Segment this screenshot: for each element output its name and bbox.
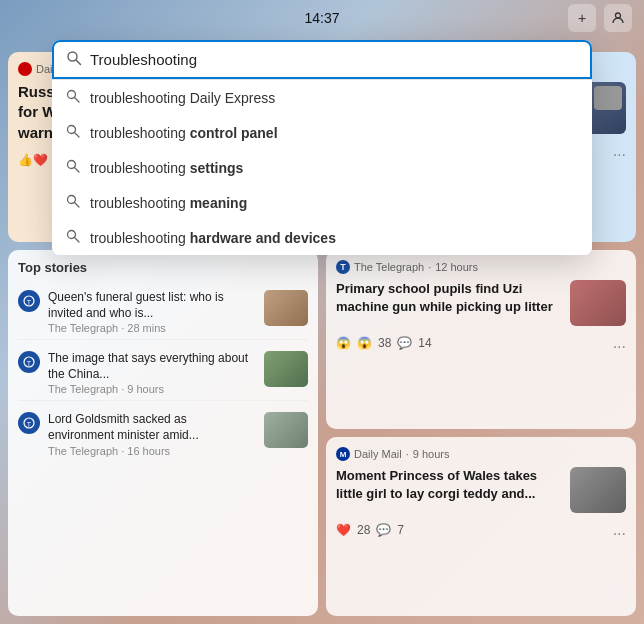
svg-line-12 xyxy=(75,238,80,243)
svg-text:T: T xyxy=(27,360,32,367)
story-headline-queen: Queen's funeral guest list: who is invit… xyxy=(48,290,256,321)
suggestion-text-s3: troubleshooting settings xyxy=(90,160,243,176)
story-headline-china: The image that says everything about the… xyxy=(48,351,256,382)
top-stories-heading: Top stories xyxy=(18,260,308,275)
suggestion-controlpanel[interactable]: troubleshooting control panel xyxy=(52,115,592,150)
search-input[interactable] xyxy=(90,51,578,68)
dailymail-heart: ❤️ xyxy=(336,523,351,537)
search-icon-s5 xyxy=(66,229,80,246)
bottom-right-column: T The Telegraph · 12 hours Primary schoo… xyxy=(326,250,636,616)
search-icon xyxy=(66,50,82,69)
search-icon-s1 xyxy=(66,89,80,106)
telegraph-meta: T The Telegraph · 12 hours xyxy=(336,260,626,274)
dailymail-title: Moment Princess of Wales takes little gi… xyxy=(336,467,562,502)
dailymail-meta: M Daily Mail · 9 hours xyxy=(336,447,626,461)
suggestion-hardware[interactable]: troubleshooting hardware and devices xyxy=(52,220,592,255)
story-item-china[interactable]: T The image that says everything about t… xyxy=(18,346,308,401)
telegraph-time: 12 hours xyxy=(435,261,478,273)
story-icon-telegraph1: T xyxy=(18,290,40,312)
story-text-goldsmith: Lord Goldsmith sacked as environment min… xyxy=(48,412,256,456)
dailymail-time: 9 hours xyxy=(413,448,450,460)
independent-more[interactable]: ... xyxy=(613,142,626,160)
story-thumb-goldsmith xyxy=(264,412,308,448)
telegraph-card[interactable]: T The Telegraph · 12 hours Primary schoo… xyxy=(326,250,636,429)
dailymail-card[interactable]: M Daily Mail · 9 hours Moment Princess o… xyxy=(326,437,636,616)
search-icon-s3 xyxy=(66,159,80,176)
dailymail-thumb xyxy=(570,467,626,513)
search-box xyxy=(52,40,592,79)
suggestion-text-s1: troubleshooting Daily Express xyxy=(90,90,275,106)
dailymail-reactions: ❤️ 28 💬 7 ... xyxy=(336,521,626,539)
story-text-china: The image that says everything about the… xyxy=(48,351,256,395)
clock: 14:37 xyxy=(304,10,339,26)
source-icon-dailymail: M xyxy=(336,447,350,461)
telegraph-title: Primary school pupils find Uzi machine g… xyxy=(336,280,562,315)
search-overlay: troubleshooting Daily Express troublesho… xyxy=(52,40,592,255)
amazon-gadget-shape xyxy=(594,86,622,110)
story-thumb-china xyxy=(264,351,308,387)
suggestion-bing[interactable]: troubleshooting Daily Express xyxy=(52,80,592,115)
taskbar-icons: + xyxy=(568,4,632,32)
svg-line-10 xyxy=(75,203,80,208)
top-stories-card: Top stories T Queen's funeral guest list… xyxy=(8,250,318,616)
search-icon-s2 xyxy=(66,124,80,141)
dailymail-count1: 28 xyxy=(357,523,370,537)
telegraph-thumb xyxy=(570,280,626,326)
dailymail-comment-icon: 💬 xyxy=(376,523,391,537)
add-button[interactable]: + xyxy=(568,4,596,32)
telegraph-comment-icon: 💬 xyxy=(397,336,412,350)
story-source-china: The Telegraph · 9 hours xyxy=(48,383,256,395)
telegraph-emoji2: 😱 xyxy=(357,336,372,350)
telegraph-source: The Telegraph xyxy=(354,261,424,273)
suggestion-settings[interactable]: troubleshooting settings xyxy=(52,150,592,185)
suggestion-meaning[interactable]: troubleshooting meaning xyxy=(52,185,592,220)
source-icon-daily-express xyxy=(18,62,32,76)
taskbar: 14:37 + xyxy=(0,0,644,36)
story-icon-telegraph3: T xyxy=(18,412,40,434)
story-thumb-queen xyxy=(264,290,308,326)
dailymail-count2: 7 xyxy=(397,523,404,537)
telegraph-count2: 14 xyxy=(418,336,431,350)
story-source-goldsmith: The Telegraph · 16 hours xyxy=(48,445,256,457)
source-icon-telegraph: T xyxy=(336,260,350,274)
telegraph-row: Primary school pupils find Uzi machine g… xyxy=(336,280,626,326)
svg-line-2 xyxy=(76,60,81,65)
svg-point-0 xyxy=(616,13,621,18)
story-text-queen: Queen's funeral guest list: who is invit… xyxy=(48,290,256,334)
story-headline-goldsmith: Lord Goldsmith sacked as environment min… xyxy=(48,412,256,443)
suggestions-list: troubleshooting Daily Express troublesho… xyxy=(52,79,592,255)
dailymail-more[interactable]: ... xyxy=(613,521,626,539)
svg-line-4 xyxy=(75,98,80,103)
suggestion-text-s5: troubleshooting hardware and devices xyxy=(90,230,336,246)
telegraph-reactions: 😱 😱 38 💬 14 ... xyxy=(336,334,626,352)
dailymail-row: Moment Princess of Wales takes little gi… xyxy=(336,467,626,513)
suggestion-text-s2: troubleshooting control panel xyxy=(90,125,278,141)
svg-line-6 xyxy=(75,133,80,138)
story-source-queen: The Telegraph · 28 mins xyxy=(48,322,256,334)
suggestion-text-s4: troubleshooting meaning xyxy=(90,195,247,211)
story-icon-telegraph2: T xyxy=(18,351,40,373)
svg-text:T: T xyxy=(27,299,32,306)
search-icon-s4 xyxy=(66,194,80,211)
telegraph-more[interactable]: ... xyxy=(613,334,626,352)
svg-text:T: T xyxy=(27,421,32,428)
story-item-queen[interactable]: T Queen's funeral guest list: who is inv… xyxy=(18,285,308,340)
telegraph-emoji1: 😱 xyxy=(336,336,351,350)
user-button[interactable] xyxy=(604,4,632,32)
telegraph-count1: 38 xyxy=(378,336,391,350)
dailymail-source: Daily Mail xyxy=(354,448,402,460)
svg-line-8 xyxy=(75,168,80,173)
story-item-goldsmith[interactable]: T Lord Goldsmith sacked as environment m… xyxy=(18,407,308,461)
